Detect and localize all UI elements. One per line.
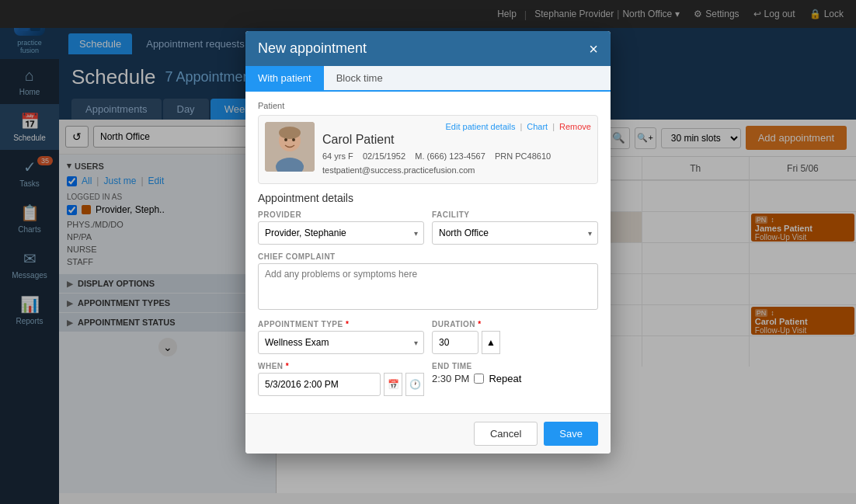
chief-complaint-label: CHIEF COMPLAINT [258,252,598,261]
new-appointment-modal: New appointment × With patient Block tim… [245,31,611,454]
modal-tabs: With patient Block time [245,66,611,92]
when-endtime-row: WHEN * 📅 🕐 END TIME 2:30 PM Repeat [258,362,598,396]
repeat-label: Repeat [489,373,521,384]
remove-link[interactable]: Remove [559,122,591,131]
calendar-icon-button[interactable]: 📅 [384,373,402,396]
appt-type-duration-row: APPOINTMENT TYPE * Wellness Exam ▾ DURAT… [258,320,598,354]
appt-type-required: * [346,320,349,328]
appt-details-title: Appointment details [258,192,598,204]
chief-complaint-textarea[interactable] [258,263,598,310]
svg-point-6 [279,127,301,139]
when-group: WHEN * 📅 🕐 [258,362,424,396]
patient-section-label: Patient [258,101,598,110]
duration-input[interactable] [432,331,478,354]
patient-name: Carol Patient [322,133,591,147]
appt-type-select-wrapper: Wellness Exam ▾ [258,331,424,354]
save-button[interactable]: Save [544,422,598,446]
facility-select[interactable]: North Office [432,221,598,245]
provider-group: PROVIDER Provider, Stephanie ▾ [258,210,424,245]
chart-link[interactable]: Chart [527,122,548,131]
edit-patient-link[interactable]: Edit patient details [446,122,516,131]
end-time-value: 2:30 PM [432,373,469,384]
patient-actions: Edit patient details | Chart | Remove [446,122,591,131]
provider-label: PROVIDER [258,210,424,219]
modal-footer: Cancel Save [245,413,611,454]
end-time-value-group: 2:30 PM Repeat [432,373,598,384]
svg-point-9 [292,138,295,141]
patient-details: 64 yrs F 02/15/1952 M. (666) 123-4567 PR… [322,150,591,177]
appt-type-label: APPOINTMENT TYPE * [258,320,424,328]
patient-photo [265,122,315,172]
patient-prn: PRN PC48610 [495,151,551,161]
duration-group: DURATION * ▲ [432,320,598,354]
patient-email: testpatient@success.practicefusion.com [322,165,475,175]
repeat-checkbox[interactable] [474,374,484,384]
facility-label: FACILITY [432,210,598,219]
when-label: WHEN * [258,362,424,370]
duration-up-button[interactable]: ▲ [482,331,500,354]
patient-dob: 02/15/1952 [363,151,405,161]
appt-type-select[interactable]: Wellness Exam [258,331,424,354]
modal-overlay: New appointment × With patient Block tim… [0,0,856,504]
modal-tab-with-patient[interactable]: With patient [245,66,324,90]
svg-point-8 [284,138,287,141]
when-input-group: 📅 🕐 [258,373,424,396]
provider-select[interactable]: Provider, Stephanie [258,221,424,245]
patient-avatar [265,122,315,172]
duration-input-group: ▲ [432,331,598,354]
clock-icon-button[interactable]: 🕐 [405,373,424,396]
provider-select-wrapper: Provider, Stephanie ▾ [258,221,424,245]
cancel-button[interactable]: Cancel [474,422,538,446]
modal-close-button[interactable]: × [589,41,598,57]
facility-select-wrapper: North Office ▾ [432,221,598,245]
provider-facility-row: PROVIDER Provider, Stephanie ▾ FACILITY … [258,210,598,245]
patient-age: 64 yrs F [322,151,353,161]
modal-title: New appointment [258,40,367,57]
end-time-label: END TIME [432,362,598,370]
patient-card: Edit patient details | Chart | Remove Ca… [258,115,598,184]
duration-label: DURATION * [432,320,598,328]
patient-info: Edit patient details | Chart | Remove Ca… [322,122,591,177]
when-input[interactable] [258,373,381,396]
duration-required: * [478,320,481,328]
chief-complaint-group: CHIEF COMPLAINT [258,252,598,312]
patient-phone: M. (666) 123-4567 [415,151,485,161]
appt-type-group: APPOINTMENT TYPE * Wellness Exam ▾ [258,320,424,354]
when-required: * [286,362,289,370]
modal-header: New appointment × [245,31,611,66]
facility-group: FACILITY North Office ▾ [432,210,598,245]
modal-tab-block-time[interactable]: Block time [324,66,395,90]
end-time-group: END TIME 2:30 PM Repeat [432,362,598,396]
modal-body: Patient [245,92,611,413]
